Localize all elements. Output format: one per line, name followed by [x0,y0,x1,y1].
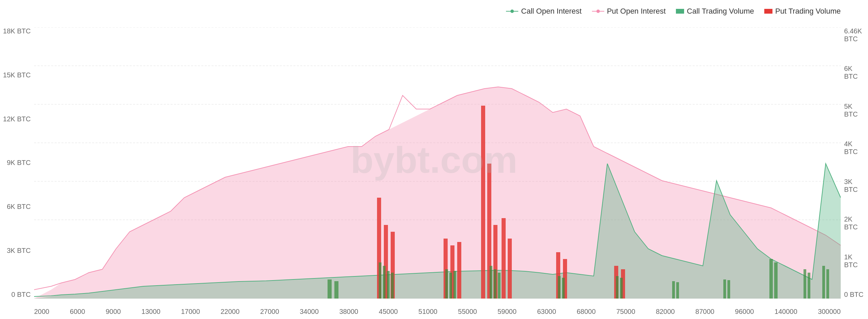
svg-rect-12 [457,242,461,299]
x-label-8: 38000 [339,308,358,316]
y-left-label-4: 6K BTC [7,203,31,211]
y-left-label-0: 18K BTC [3,27,31,35]
y-right-label-4: 3K BTC [844,178,868,194]
legend-label-put-tv: Put Trading Volume [775,7,841,16]
svg-rect-42 [769,259,773,299]
y-left-label-2: 12K BTC [3,115,31,123]
svg-rect-36 [616,276,619,299]
svg-rect-44 [804,269,806,299]
x-label-13: 63000 [537,308,556,316]
svg-rect-23 [334,281,338,299]
x-label-17: 87000 [695,308,714,316]
chart-container: Call Open Interest Put Open Interest Cal… [0,0,868,319]
y-right-label-1: 6K BTC [844,65,868,80]
legend-put-open-interest: Put Open Interest [592,7,666,16]
legend-put-trading-volume: Put Trading Volume [764,7,841,16]
x-label-15: 75000 [616,308,635,316]
y-right-label-7: 0 BTC [844,291,864,299]
x-label-0: 2000 [34,308,49,316]
x-label-10: 51000 [418,308,437,316]
svg-rect-32 [494,269,496,299]
svg-rect-37 [620,278,623,299]
svg-rect-39 [676,282,679,299]
y-left-label-1: 15K BTC [3,71,31,79]
svg-rect-27 [391,273,394,299]
svg-rect-41 [727,280,730,299]
svg-rect-34 [558,276,561,299]
svg-rect-29 [449,273,452,299]
legend-label-put-oi: Put Open Interest [607,7,666,16]
legend-label-call-oi: Call Open Interest [521,7,581,16]
x-label-1: 6000 [70,308,85,316]
y-right-label-6: 1K BTC [844,253,868,269]
chart-svg [34,27,841,299]
y-right-label-3: 4K BTC [844,140,868,156]
x-label-6: 27000 [260,308,279,316]
chart-legend: Call Open Interest Put Open Interest Cal… [506,7,841,16]
x-label-12: 59000 [497,308,517,316]
svg-rect-45 [808,273,810,299]
y-left-label-6: 0 BTC [11,291,31,299]
legend-call-open-interest: Call Open Interest [506,7,581,16]
svg-rect-22 [328,279,332,299]
x-label-16: 82000 [656,308,675,316]
svg-rect-13 [481,106,485,299]
svg-rect-28 [445,269,448,299]
legend-label-call-tv: Call Trading Volume [687,7,754,16]
x-label-3: 13000 [142,308,161,316]
svg-rect-40 [723,279,726,299]
x-label-14: 68000 [577,308,596,316]
x-label-5: 22000 [220,308,240,316]
y-left-label-5: 3K BTC [7,247,31,255]
svg-rect-16 [502,218,506,299]
svg-rect-31 [490,266,492,299]
x-label-2: 9000 [106,308,121,316]
y-right-label-2: 5K BTC [844,103,868,118]
svg-rect-38 [672,281,675,299]
x-label-9: 45000 [379,308,398,316]
x-label-4: 17000 [181,308,200,316]
svg-rect-30 [453,271,456,299]
x-label-7: 34000 [300,308,319,316]
svg-rect-26 [387,271,390,299]
y-axis-right: 6.46K BTC 6K BTC 5K BTC 4K BTC 3K BTC 2K… [841,27,868,299]
y-left-label-3: 9K BTC [7,159,31,167]
svg-rect-35 [562,278,565,299]
svg-rect-25 [383,266,386,299]
svg-rect-24 [379,262,381,299]
svg-rect-43 [774,262,778,299]
svg-rect-17 [508,239,512,299]
x-label-19: 140000 [775,308,797,316]
svg-rect-33 [498,273,501,299]
x-axis: 2000 6000 9000 13000 17000 22000 27000 3… [34,308,841,316]
x-label-11: 55000 [458,308,477,316]
x-label-18: 96000 [735,308,754,316]
y-axis-left: 18K BTC 15K BTC 12K BTC 9K BTC 6K BTC 3K… [0,27,34,299]
y-right-label-5: 2K BTC [844,215,868,231]
svg-rect-46 [822,266,825,299]
x-label-20: 300000 [818,308,841,316]
y-right-label-0: 6.46K BTC [844,27,868,43]
svg-rect-47 [826,269,829,299]
legend-call-trading-volume: Call Trading Volume [676,7,754,16]
